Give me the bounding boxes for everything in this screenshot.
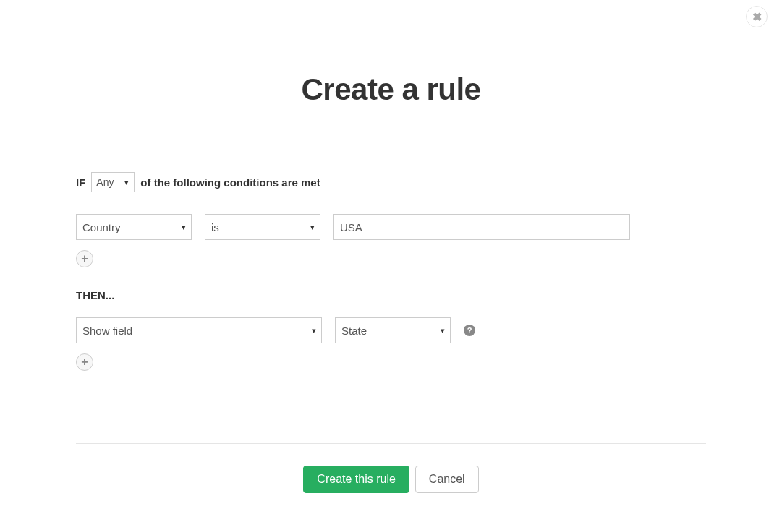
condition-row: Country is bbox=[76, 214, 706, 240]
close-button[interactable]: ✖ bbox=[746, 6, 768, 27]
match-mode-wrap: Any bbox=[91, 172, 135, 192]
condition-operator-select[interactable]: is bbox=[205, 214, 320, 240]
if-suffix-label: of the following conditions are met bbox=[140, 176, 320, 189]
condition-value-input[interactable] bbox=[333, 214, 630, 240]
if-section: IF Any of the following conditions are m… bbox=[76, 172, 706, 267]
plus-icon: + bbox=[81, 252, 88, 265]
match-mode-select[interactable]: Any bbox=[91, 172, 135, 192]
add-condition-button[interactable]: + bbox=[76, 250, 93, 267]
then-label: THEN... bbox=[76, 289, 706, 301]
action-select[interactable]: Show field bbox=[76, 317, 322, 343]
plus-icon: + bbox=[81, 356, 88, 369]
then-section: THEN... Show field State ? + bbox=[76, 289, 706, 371]
create-rule-modal: Create a rule IF Any of the following co… bbox=[0, 72, 782, 493]
create-rule-button[interactable]: Create this rule bbox=[303, 466, 409, 493]
modal-title: Create a rule bbox=[76, 72, 706, 107]
separator bbox=[76, 443, 706, 444]
condition-field-wrap: Country bbox=[76, 214, 192, 240]
action-row: Show field State ? bbox=[76, 317, 706, 343]
help-icon[interactable]: ? bbox=[464, 325, 475, 336]
condition-field-select[interactable]: Country bbox=[76, 214, 192, 240]
if-row: IF Any of the following conditions are m… bbox=[76, 172, 706, 192]
modal-footer: Create this rule Cancel bbox=[76, 466, 706, 493]
cancel-button[interactable]: Cancel bbox=[415, 466, 479, 493]
action-target-select[interactable]: State bbox=[335, 317, 451, 343]
action-target-wrap: State bbox=[335, 317, 451, 343]
add-action-button[interactable]: + bbox=[76, 353, 93, 371]
if-label: IF bbox=[76, 176, 85, 189]
close-icon: ✖ bbox=[752, 10, 762, 24]
condition-operator-wrap: is bbox=[205, 214, 320, 240]
action-wrap: Show field bbox=[76, 317, 322, 343]
